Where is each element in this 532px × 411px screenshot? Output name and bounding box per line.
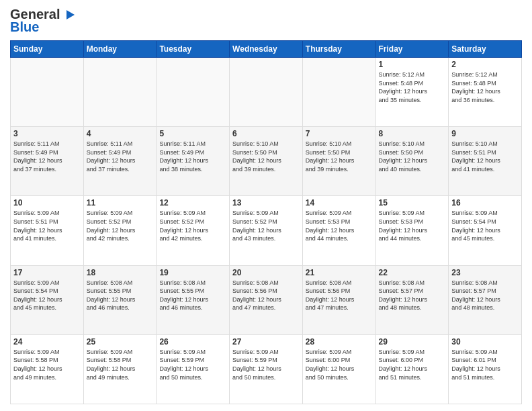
day-number: 14 bbox=[306, 198, 373, 208]
day-number: 13 bbox=[232, 198, 300, 208]
calendar-cell bbox=[230, 58, 303, 127]
calendar-cell: 2Sunrise: 5:12 AM Sunset: 5:48 PM Daylig… bbox=[449, 58, 522, 127]
day-number: 25 bbox=[87, 337, 154, 347]
calendar-cell: 13Sunrise: 5:09 AM Sunset: 5:52 PM Dayli… bbox=[230, 196, 303, 265]
day-number: 7 bbox=[306, 129, 373, 138]
calendar-cell bbox=[157, 58, 230, 127]
week-row-4: 17Sunrise: 5:09 AM Sunset: 5:54 PM Dayli… bbox=[11, 265, 522, 334]
calendar-cell: 21Sunrise: 5:08 AM Sunset: 5:56 PM Dayli… bbox=[302, 265, 375, 334]
day-number: 22 bbox=[379, 268, 446, 277]
day-number: 16 bbox=[451, 198, 519, 208]
calendar-cell: 30Sunrise: 5:09 AM Sunset: 6:01 PM Dayli… bbox=[449, 334, 522, 404]
day-number: 28 bbox=[306, 337, 373, 347]
day-info: Sunrise: 5:09 AM Sunset: 5:52 PM Dayligh… bbox=[232, 209, 300, 242]
day-info: Sunrise: 5:09 AM Sunset: 5:59 PM Dayligh… bbox=[232, 348, 300, 381]
day-info: Sunrise: 5:09 AM Sunset: 5:59 PM Dayligh… bbox=[159, 348, 226, 381]
day-number: 24 bbox=[13, 337, 81, 347]
calendar-cell: 7Sunrise: 5:10 AM Sunset: 5:50 PM Daylig… bbox=[302, 127, 375, 196]
day-number: 27 bbox=[232, 337, 300, 347]
day-info: Sunrise: 5:10 AM Sunset: 5:50 PM Dayligh… bbox=[232, 140, 300, 173]
calendar-cell: 17Sunrise: 5:09 AM Sunset: 5:54 PM Dayli… bbox=[11, 265, 84, 334]
calendar-cell: 14Sunrise: 5:09 AM Sunset: 5:53 PM Dayli… bbox=[302, 196, 375, 265]
day-info: Sunrise: 5:09 AM Sunset: 5:52 PM Dayligh… bbox=[87, 209, 154, 242]
day-number: 6 bbox=[232, 129, 300, 138]
week-row-5: 24Sunrise: 5:09 AM Sunset: 5:58 PM Dayli… bbox=[11, 334, 522, 404]
day-number: 10 bbox=[13, 198, 81, 208]
col-header-tuesday: Tuesday bbox=[157, 41, 230, 58]
calendar-cell: 1Sunrise: 5:12 AM Sunset: 5:48 PM Daylig… bbox=[375, 58, 449, 127]
calendar-cell: 24Sunrise: 5:09 AM Sunset: 5:58 PM Dayli… bbox=[11, 334, 84, 404]
day-number: 9 bbox=[451, 129, 519, 138]
col-header-sunday: Sunday bbox=[11, 41, 84, 58]
day-info: Sunrise: 5:11 AM Sunset: 5:49 PM Dayligh… bbox=[87, 140, 154, 173]
calendar-cell bbox=[11, 58, 84, 127]
calendar-cell: 19Sunrise: 5:08 AM Sunset: 5:55 PM Dayli… bbox=[157, 265, 230, 334]
calendar-cell: 5Sunrise: 5:11 AM Sunset: 5:49 PM Daylig… bbox=[157, 127, 230, 196]
day-info: Sunrise: 5:09 AM Sunset: 5:58 PM Dayligh… bbox=[13, 348, 81, 381]
calendar-cell: 25Sunrise: 5:09 AM Sunset: 5:58 PM Dayli… bbox=[83, 334, 157, 404]
col-header-friday: Friday bbox=[375, 41, 449, 58]
col-header-monday: Monday bbox=[83, 41, 157, 58]
day-number: 15 bbox=[379, 198, 446, 208]
day-info: Sunrise: 5:08 AM Sunset: 5:56 PM Dayligh… bbox=[232, 279, 300, 312]
day-number: 26 bbox=[159, 337, 226, 347]
day-number: 1 bbox=[379, 60, 446, 69]
calendar-cell bbox=[83, 58, 157, 127]
calendar-cell bbox=[302, 58, 375, 127]
logo-icon bbox=[61, 7, 76, 22]
calendar-cell: 20Sunrise: 5:08 AM Sunset: 5:56 PM Dayli… bbox=[230, 265, 303, 334]
day-info: Sunrise: 5:09 AM Sunset: 6:00 PM Dayligh… bbox=[306, 348, 373, 381]
day-info: Sunrise: 5:09 AM Sunset: 5:52 PM Dayligh… bbox=[159, 209, 226, 242]
day-info: Sunrise: 5:10 AM Sunset: 5:51 PM Dayligh… bbox=[451, 140, 519, 173]
calendar-cell: 18Sunrise: 5:08 AM Sunset: 5:55 PM Dayli… bbox=[83, 265, 157, 334]
calendar-cell: 15Sunrise: 5:09 AM Sunset: 5:53 PM Dayli… bbox=[375, 196, 449, 265]
calendar-cell: 8Sunrise: 5:10 AM Sunset: 5:50 PM Daylig… bbox=[375, 127, 449, 196]
calendar-cell: 16Sunrise: 5:09 AM Sunset: 5:54 PM Dayli… bbox=[449, 196, 522, 265]
week-row-2: 3Sunrise: 5:11 AM Sunset: 5:49 PM Daylig… bbox=[11, 127, 522, 196]
calendar-cell: 22Sunrise: 5:08 AM Sunset: 5:57 PM Dayli… bbox=[375, 265, 449, 334]
day-number: 18 bbox=[87, 268, 154, 277]
day-number: 12 bbox=[159, 198, 226, 208]
day-number: 19 bbox=[159, 268, 226, 277]
day-info: Sunrise: 5:09 AM Sunset: 5:53 PM Dayligh… bbox=[306, 209, 373, 242]
page: General Blue SundayMondayTuesdayWednesda… bbox=[0, 0, 532, 411]
calendar-cell: 10Sunrise: 5:09 AM Sunset: 5:51 PM Dayli… bbox=[11, 196, 84, 265]
col-header-saturday: Saturday bbox=[449, 41, 522, 58]
calendar-cell: 6Sunrise: 5:10 AM Sunset: 5:50 PM Daylig… bbox=[230, 127, 303, 196]
day-number: 23 bbox=[451, 268, 519, 277]
svg-marker-0 bbox=[66, 10, 75, 19]
calendar-cell: 28Sunrise: 5:09 AM Sunset: 6:00 PM Dayli… bbox=[302, 334, 375, 404]
day-info: Sunrise: 5:10 AM Sunset: 5:50 PM Dayligh… bbox=[379, 140, 446, 173]
calendar-table: SundayMondayTuesdayWednesdayThursdayFrid… bbox=[10, 40, 522, 404]
day-info: Sunrise: 5:08 AM Sunset: 5:56 PM Dayligh… bbox=[306, 279, 373, 312]
logo-blue: Blue bbox=[10, 19, 39, 35]
day-info: Sunrise: 5:09 AM Sunset: 5:53 PM Dayligh… bbox=[379, 209, 446, 242]
calendar-cell: 3Sunrise: 5:11 AM Sunset: 5:49 PM Daylig… bbox=[11, 127, 84, 196]
week-row-3: 10Sunrise: 5:09 AM Sunset: 5:51 PM Dayli… bbox=[11, 196, 522, 265]
day-info: Sunrise: 5:10 AM Sunset: 5:50 PM Dayligh… bbox=[306, 140, 373, 173]
day-info: Sunrise: 5:11 AM Sunset: 5:49 PM Dayligh… bbox=[159, 140, 226, 173]
day-info: Sunrise: 5:08 AM Sunset: 5:57 PM Dayligh… bbox=[451, 279, 519, 312]
day-number: 21 bbox=[306, 268, 373, 277]
calendar-cell: 9Sunrise: 5:10 AM Sunset: 5:51 PM Daylig… bbox=[449, 127, 522, 196]
day-number: 2 bbox=[451, 60, 519, 69]
day-number: 20 bbox=[232, 268, 300, 277]
day-number: 29 bbox=[379, 337, 446, 347]
day-number: 17 bbox=[13, 268, 81, 277]
day-info: Sunrise: 5:09 AM Sunset: 6:01 PM Dayligh… bbox=[451, 348, 519, 381]
day-info: Sunrise: 5:12 AM Sunset: 5:48 PM Dayligh… bbox=[451, 71, 519, 104]
day-number: 30 bbox=[451, 337, 519, 347]
col-header-wednesday: Wednesday bbox=[230, 41, 303, 58]
day-info: Sunrise: 5:08 AM Sunset: 5:55 PM Dayligh… bbox=[87, 279, 154, 312]
day-number: 11 bbox=[87, 198, 154, 208]
day-info: Sunrise: 5:09 AM Sunset: 5:54 PM Dayligh… bbox=[451, 209, 519, 242]
logo: General Blue bbox=[10, 7, 76, 35]
day-info: Sunrise: 5:09 AM Sunset: 5:51 PM Dayligh… bbox=[13, 209, 81, 242]
day-info: Sunrise: 5:09 AM Sunset: 5:54 PM Dayligh… bbox=[13, 279, 81, 312]
day-number: 8 bbox=[379, 129, 446, 138]
day-info: Sunrise: 5:08 AM Sunset: 5:57 PM Dayligh… bbox=[379, 279, 446, 312]
calendar-cell: 12Sunrise: 5:09 AM Sunset: 5:52 PM Dayli… bbox=[157, 196, 230, 265]
day-number: 3 bbox=[13, 129, 81, 138]
week-row-1: 1Sunrise: 5:12 AM Sunset: 5:48 PM Daylig… bbox=[11, 58, 522, 127]
day-info: Sunrise: 5:08 AM Sunset: 5:55 PM Dayligh… bbox=[159, 279, 226, 312]
